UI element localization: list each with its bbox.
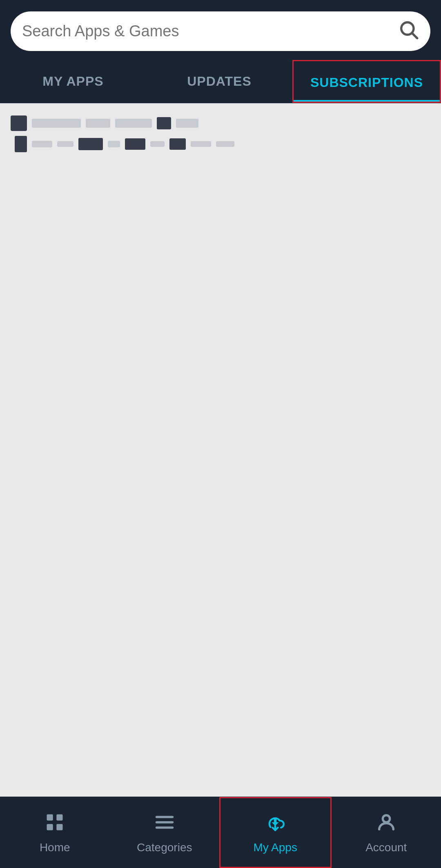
svg-line-1 [412,33,417,38]
search-bar[interactable] [11,11,430,51]
redacted-content-row1 [11,115,430,152]
nav-label-my-apps: My Apps [254,841,297,854]
bottom-nav: Home Categories My Apps [0,797,441,868]
svg-rect-3 [57,815,63,821]
svg-rect-4 [47,824,53,830]
nav-label-categories: Categories [137,841,192,854]
tab-subscriptions[interactable]: SUBSCRIPTIONS [292,60,441,103]
cloud-download-icon [265,812,286,837]
nav-label-account: Account [365,841,407,854]
nav-item-home[interactable]: Home [0,797,110,868]
app-header [0,0,441,60]
svg-rect-2 [47,815,53,821]
nav-item-categories[interactable]: Categories [110,797,220,868]
svg-point-10 [383,815,390,822]
svg-rect-5 [57,824,63,830]
tab-updates[interactable]: UPDATES [146,60,292,103]
tab-my-apps[interactable]: MY APPS [0,60,146,103]
content-area [0,103,441,797]
nav-item-account[interactable]: Account [332,797,441,868]
nav-label-home: Home [40,841,70,854]
home-icon [44,812,65,837]
categories-icon [154,812,175,837]
nav-item-my-apps[interactable]: My Apps [219,797,332,868]
search-input[interactable] [22,22,391,40]
account-icon [376,812,397,837]
search-icon [398,19,419,44]
tab-bar: MY APPS UPDATES SUBSCRIPTIONS [0,60,441,103]
